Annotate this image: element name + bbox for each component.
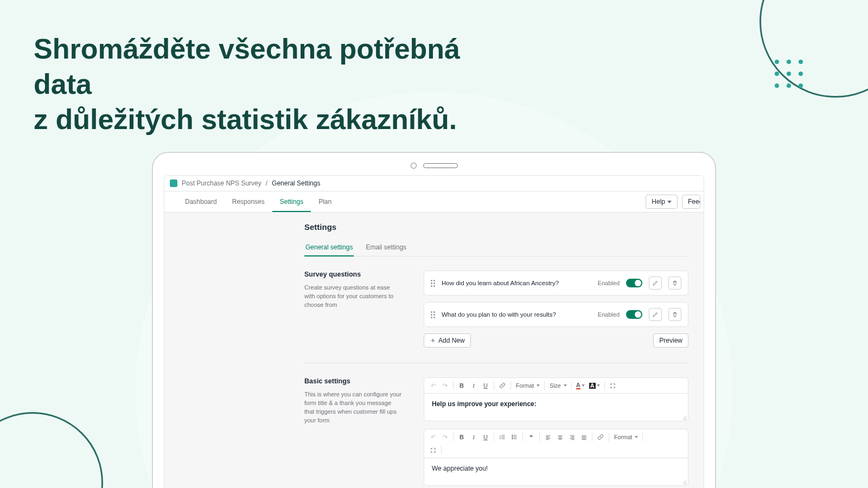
edit-button[interactable]: [649, 308, 662, 321]
bold-button[interactable]: B: [456, 380, 467, 391]
svg-point-2: [512, 438, 513, 439]
enabled-toggle[interactable]: [626, 310, 642, 319]
maximize-button[interactable]: [427, 445, 438, 455]
align-left-icon: [545, 434, 551, 440]
section-divider: [304, 363, 688, 363]
svg-point-1: [512, 436, 513, 438]
blockquote-button[interactable]: ❝: [526, 432, 537, 442]
rte-toolbar: ↶ ↷ B I U: [424, 429, 688, 458]
drag-handle-icon[interactable]: [431, 280, 435, 287]
svg-point-0: [512, 435, 513, 436]
question-card: What do you plan to do with your results…: [424, 302, 688, 327]
add-new-label: Add New: [438, 337, 465, 344]
hero-line-1: Shromážděte všechna potřebná data: [34, 33, 460, 100]
link-icon: [597, 434, 604, 440]
feedback-button-label: Feedback: [688, 198, 700, 206]
form-title-content[interactable]: Help us improve your experience:: [424, 394, 688, 421]
tablet-frame: Post Purchase NPS Survey / General Setti…: [152, 152, 716, 488]
maximize-button[interactable]: [608, 380, 618, 391]
question-status-label: Enabled: [598, 311, 620, 318]
question-card: How did you learn about African Ancestry…: [424, 271, 688, 296]
question-text: How did you learn about African Ancestry…: [442, 280, 591, 286]
trash-icon: [672, 311, 678, 318]
decorative-dots: [775, 60, 803, 88]
plus-icon: [430, 337, 436, 344]
align-right-button[interactable]: [566, 432, 577, 442]
redo-icon[interactable]: ↷: [439, 432, 450, 442]
section-basic-settings: Basic settings This is where you can con…: [304, 377, 688, 488]
preview-label: Preview: [659, 337, 682, 344]
feedback-button[interactable]: Feedback: [682, 195, 700, 209]
survey-section-desc: Create survey questions at ease with opt…: [304, 284, 402, 310]
thank-you-content[interactable]: We appreciate you!: [424, 458, 688, 485]
numbered-list-button[interactable]: [497, 432, 508, 442]
link-button[interactable]: [595, 432, 606, 442]
sub-tab-general[interactable]: General settings: [304, 239, 354, 256]
basic-section-desc: This is where you can configure your for…: [304, 390, 402, 425]
align-center-icon: [557, 434, 563, 440]
bg-color-button[interactable]: A: [588, 380, 602, 391]
breadcrumb-current: General Settings: [272, 179, 320, 187]
italic-button[interactable]: I: [468, 380, 479, 391]
link-button[interactable]: [497, 380, 508, 391]
tab-plan[interactable]: Plan: [311, 191, 339, 212]
align-justify-button[interactable]: [578, 432, 589, 442]
sub-tabs: General settings Email settings: [304, 239, 688, 256]
hero-heading: Shromážděte všechna potřebná data z důle…: [34, 31, 522, 137]
resize-handle-icon[interactable]: [681, 479, 687, 484]
thank-you-editor: ↶ ↷ B I U: [424, 429, 688, 486]
undo-icon[interactable]: ↶: [427, 380, 438, 391]
ordered-list-icon: [499, 434, 506, 440]
section-survey-questions: Survey questions Create survey questions…: [304, 271, 688, 348]
undo-icon[interactable]: ↶: [427, 432, 438, 442]
form-title-editor: ↶ ↷ B I U Format: [424, 377, 688, 421]
pencil-icon: [652, 280, 659, 286]
sub-tab-email[interactable]: Email settings: [365, 239, 407, 256]
tab-settings[interactable]: Settings: [272, 191, 311, 212]
delete-button[interactable]: [668, 277, 681, 290]
tablet-speaker-icon: [423, 163, 458, 168]
expand-icon: [610, 383, 616, 389]
underline-button[interactable]: U: [480, 380, 491, 391]
breadcrumb-separator: /: [266, 179, 267, 187]
question-text: What do you plan to do with your results…: [442, 311, 591, 318]
chevron-down-icon: [667, 201, 672, 203]
delete-button[interactable]: [668, 308, 681, 321]
survey-section-title: Survey questions: [304, 271, 402, 278]
tablet-camera-icon: [411, 163, 417, 169]
format-select[interactable]: Format: [612, 433, 640, 441]
basic-section-title: Basic settings: [304, 377, 402, 385]
enabled-toggle[interactable]: [626, 279, 642, 287]
align-justify-icon: [581, 434, 587, 440]
align-left-button[interactable]: [542, 432, 553, 442]
unordered-list-icon: [511, 434, 518, 440]
text-color-button[interactable]: A: [575, 380, 586, 391]
decorative-arc-bottom-left: [0, 412, 103, 488]
add-new-button[interactable]: Add New: [424, 333, 471, 348]
tab-responses[interactable]: Responses: [225, 191, 272, 212]
page-title: Settings: [304, 222, 688, 232]
bold-button[interactable]: B: [456, 432, 467, 442]
help-button[interactable]: Help: [646, 195, 678, 209]
breadcrumb-root[interactable]: Post Purchase NPS Survey: [182, 179, 261, 187]
pencil-icon: [652, 311, 659, 318]
resize-handle-icon[interactable]: [681, 414, 687, 420]
bullet-list-button[interactable]: [509, 432, 520, 442]
rte-toolbar: ↶ ↷ B I U Format: [424, 378, 688, 394]
main-tabs: Dashboard Responses Settings Plan Help F…: [164, 191, 704, 213]
format-select[interactable]: Format: [514, 381, 541, 390]
app-logo-icon: [170, 179, 177, 187]
redo-icon[interactable]: ↷: [439, 380, 450, 391]
align-right-icon: [569, 434, 575, 440]
align-center-button[interactable]: [554, 432, 565, 442]
app-titlebar: Post Purchase NPS Survey / General Setti…: [164, 176, 704, 191]
drag-handle-icon[interactable]: [431, 311, 435, 318]
underline-button[interactable]: U: [480, 432, 491, 442]
size-select[interactable]: Size: [547, 381, 568, 390]
edit-button[interactable]: [649, 277, 662, 290]
italic-button[interactable]: I: [468, 432, 479, 442]
help-button-label: Help: [652, 198, 665, 206]
app-shell: Post Purchase NPS Survey / General Setti…: [164, 175, 704, 488]
tab-dashboard[interactable]: Dashboard: [177, 191, 225, 212]
preview-button[interactable]: Preview: [653, 333, 688, 348]
